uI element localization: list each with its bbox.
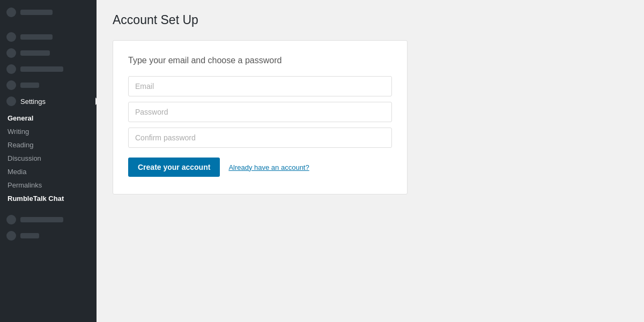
settings-arrow-icon	[95, 98, 100, 105]
sidebar-bar-4	[20, 83, 39, 88]
sidebar-item-discussion[interactable]: Discussion	[0, 152, 97, 165]
form-actions: Create your account Already have an acco…	[128, 158, 392, 177]
form-subtitle: Type your email and choose a password	[128, 56, 392, 65]
sidebar-settings-label: Settings	[20, 98, 46, 106]
sidebar-item-rumbletalk[interactable]: RumbleTalk Chat	[0, 192, 97, 205]
form-card: Type your email and choose a password Cr…	[113, 40, 408, 194]
sidebar-placeholder-1	[0, 29, 97, 45]
sidebar-nav: General Writing Reading Discussion Media…	[0, 109, 97, 207]
sidebar-bar-1	[20, 34, 53, 40]
sidebar-item-general[interactable]: General	[0, 111, 97, 125]
sidebar-item-media[interactable]: Media	[0, 165, 97, 178]
sidebar: Settings General Writing Reading Discuss…	[0, 0, 97, 322]
sidebar-circle-b1	[6, 215, 16, 224]
sidebar-item-permalinks[interactable]: Permalinks	[0, 178, 97, 192]
sidebar-settings-circle	[6, 96, 16, 106]
sidebar-bar-2	[20, 50, 50, 56]
sidebar-placeholder-2	[0, 45, 97, 61]
sidebar-circle-b2	[6, 231, 16, 241]
sidebar-bar-3	[20, 66, 63, 72]
sidebar-bottom-placeholders	[0, 212, 97, 244]
main-content: Account Set Up Type your email and choos…	[97, 0, 644, 322]
create-account-button[interactable]: Create your account	[128, 158, 220, 177]
email-field-wrapper	[128, 76, 392, 96]
confirm-password-field-wrapper	[128, 128, 392, 148]
sidebar-bar-b2	[20, 233, 39, 238]
sidebar-placeholder-4	[0, 77, 97, 93]
password-field-wrapper	[128, 102, 392, 122]
sidebar-circle-top	[6, 8, 16, 17]
password-input[interactable]	[128, 102, 392, 122]
sidebar-top-placeholder	[0, 4, 97, 20]
sidebar-circle-4	[6, 80, 16, 90]
page-title: Account Set Up	[113, 13, 628, 27]
sidebar-bottom-placeholder-1	[0, 212, 97, 228]
sidebar-item-reading[interactable]: Reading	[0, 138, 97, 152]
already-have-account-link[interactable]: Already have an account?	[228, 163, 309, 171]
sidebar-bar-b1	[20, 217, 63, 222]
email-input[interactable]	[128, 76, 392, 96]
sidebar-placeholder-3	[0, 61, 97, 77]
sidebar-bottom-placeholder-2	[0, 228, 97, 244]
sidebar-item-writing[interactable]: Writing	[0, 125, 97, 138]
confirm-password-input[interactable]	[128, 128, 392, 148]
sidebar-circle-3	[6, 64, 16, 74]
sidebar-circle-2	[6, 48, 16, 58]
sidebar-settings-row[interactable]: Settings	[0, 93, 97, 109]
sidebar-circle-1	[6, 32, 16, 42]
sidebar-bar-top	[20, 10, 53, 15]
